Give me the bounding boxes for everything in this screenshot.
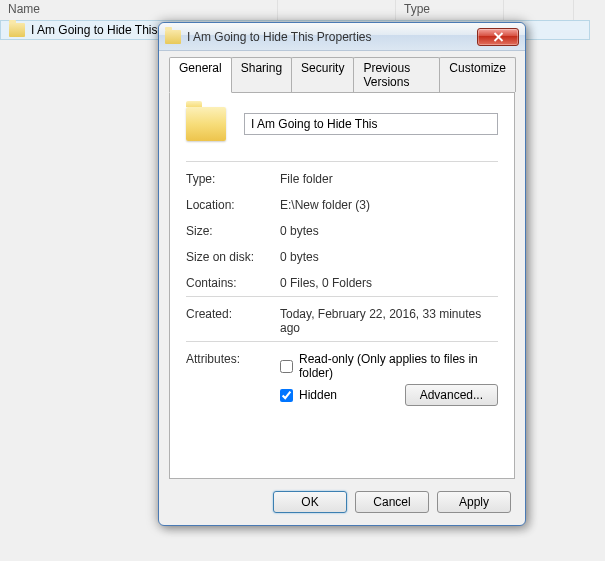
readonly-label: Read-only (Only applies to files in fold…	[299, 352, 498, 380]
tab-previous-versions[interactable]: Previous Versions	[353, 57, 440, 92]
location-value: E:\New folder (3)	[280, 198, 498, 212]
readonly-row[interactable]: Read-only (Only applies to files in fold…	[280, 352, 498, 380]
divider	[186, 161, 498, 162]
dialog-title: I Am Going to Hide This Properties	[187, 30, 471, 44]
close-icon	[493, 32, 504, 42]
tab-strip: General Sharing Security Previous Versio…	[159, 51, 525, 92]
column-type[interactable]: Type	[396, 0, 504, 20]
created-label: Created:	[186, 307, 280, 321]
titlebar[interactable]: I Am Going to Hide This Properties	[159, 23, 525, 51]
size-label: Size:	[186, 224, 280, 238]
created-value: Today, February 22, 2016, 33 minutes ago	[280, 307, 498, 335]
explorer-column-header: Name Type	[0, 0, 605, 20]
attributes-label: Attributes:	[186, 352, 280, 366]
tab-panel-general: Type: File folder Location: E:\New folde…	[169, 92, 515, 479]
properties-dialog: I Am Going to Hide This Properties Gener…	[158, 22, 526, 526]
ok-button[interactable]: OK	[273, 491, 347, 513]
size-value: 0 bytes	[280, 224, 498, 238]
contains-value: 0 Files, 0 Folders	[280, 276, 498, 290]
cancel-button[interactable]: Cancel	[355, 491, 429, 513]
tab-sharing[interactable]: Sharing	[231, 57, 292, 92]
type-value: File folder	[280, 172, 498, 186]
readonly-checkbox[interactable]	[280, 360, 293, 373]
column-date[interactable]	[278, 0, 396, 20]
dialog-footer: OK Cancel Apply	[159, 485, 525, 525]
size-on-disk-value: 0 bytes	[280, 250, 498, 264]
location-label: Location:	[186, 198, 280, 212]
folder-icon	[165, 30, 181, 44]
divider	[186, 341, 498, 342]
tab-security[interactable]: Security	[291, 57, 354, 92]
divider	[186, 296, 498, 297]
column-size[interactable]	[504, 0, 574, 20]
type-label: Type:	[186, 172, 280, 186]
column-name[interactable]: Name	[0, 0, 278, 20]
tab-customize[interactable]: Customize	[439, 57, 516, 92]
advanced-button[interactable]: Advanced...	[405, 384, 498, 406]
contains-label: Contains:	[186, 276, 280, 290]
apply-button[interactable]: Apply	[437, 491, 511, 513]
tab-general[interactable]: General	[169, 57, 232, 93]
folder-name-input[interactable]	[244, 113, 498, 135]
size-on-disk-label: Size on disk:	[186, 250, 280, 264]
folder-icon	[186, 107, 226, 141]
explorer-row-name: I Am Going to Hide This	[31, 23, 158, 37]
close-button[interactable]	[477, 28, 519, 46]
folder-icon	[9, 23, 25, 37]
